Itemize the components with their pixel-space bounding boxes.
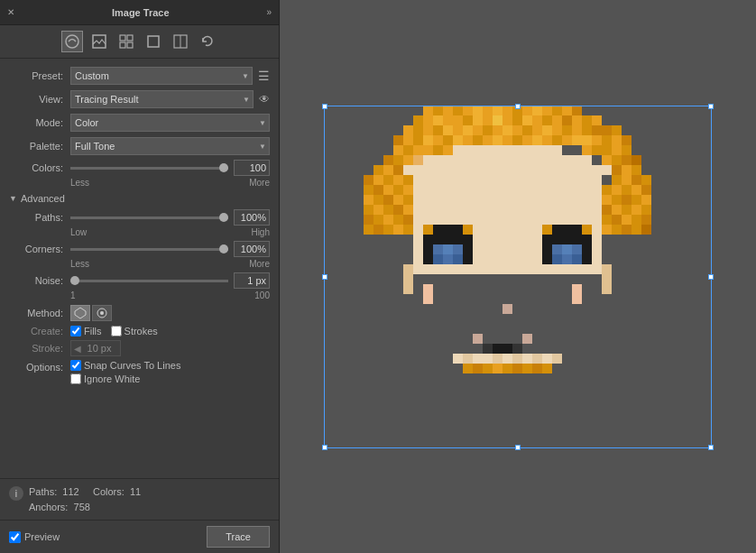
trace-button[interactable]: Trace bbox=[207, 526, 270, 548]
svg-rect-124 bbox=[493, 145, 502, 274]
outlines-icon[interactable] bbox=[143, 31, 164, 52]
info-icon: i bbox=[9, 486, 23, 501]
method-btn-1[interactable] bbox=[70, 305, 90, 321]
svg-rect-125 bbox=[502, 145, 512, 274]
svg-rect-224 bbox=[552, 254, 562, 264]
svg-rect-18 bbox=[463, 106, 473, 115]
svg-rect-86 bbox=[383, 155, 393, 165]
svg-rect-71 bbox=[483, 125, 493, 135]
create-row: Create: Fills Strokes bbox=[0, 324, 279, 338]
options-row: Options: Snap Curves To Lines Ignore Whi… bbox=[0, 358, 279, 386]
palette-select[interactable]: Full Tone bbox=[70, 137, 270, 155]
svg-rect-181 bbox=[632, 195, 641, 205]
svg-rect-242 bbox=[502, 344, 512, 354]
preset-select[interactable]: CustomDefaultHigh Fidelity PhotoLow Fide… bbox=[70, 67, 253, 85]
svg-rect-69 bbox=[463, 125, 473, 135]
preview-checkbox[interactable] bbox=[9, 531, 21, 543]
svg-rect-147 bbox=[393, 185, 403, 195]
noise-value-input[interactable]: 1 px bbox=[234, 272, 270, 289]
snap-curves-label: Snap Curves To Lines bbox=[84, 360, 180, 371]
main-area bbox=[280, 0, 756, 553]
svg-rect-53 bbox=[582, 125, 592, 135]
svg-rect-128 bbox=[532, 145, 542, 274]
svg-rect-3 bbox=[127, 35, 133, 41]
collapse-button[interactable]: » bbox=[266, 7, 272, 17]
svg-rect-81 bbox=[582, 135, 592, 145]
ignore-white-checkbox[interactable] bbox=[70, 373, 81, 384]
svg-rect-58 bbox=[413, 115, 423, 125]
info-paths-label: Paths: bbox=[29, 486, 57, 497]
strokes-checkbox[interactable] bbox=[111, 326, 122, 336]
options-checks: Snap Curves To Lines Ignore White bbox=[70, 360, 189, 384]
svg-rect-259 bbox=[493, 364, 502, 373]
paths-value-input[interactable]: 100% bbox=[234, 209, 270, 226]
svg-rect-55 bbox=[602, 135, 612, 145]
svg-rect-127 bbox=[522, 145, 532, 274]
svg-rect-36 bbox=[413, 135, 423, 145]
preset-menu-icon[interactable]: ☰ bbox=[258, 69, 270, 83]
svg-rect-26 bbox=[542, 106, 552, 115]
svg-rect-31 bbox=[592, 115, 602, 125]
colors-slider[interactable] bbox=[70, 167, 228, 170]
svg-rect-237 bbox=[582, 225, 592, 235]
svg-rect-122 bbox=[473, 145, 483, 274]
corners-min-label: Less bbox=[70, 259, 89, 269]
corners-slider[interactable] bbox=[70, 248, 228, 251]
view-select[interactable]: Tracing Result bbox=[70, 90, 254, 108]
svg-rect-35 bbox=[403, 135, 413, 145]
method-label: Method: bbox=[9, 308, 63, 318]
corners-label: Corners: bbox=[9, 244, 63, 254]
svg-rect-241 bbox=[493, 344, 502, 354]
svg-rect-104 bbox=[562, 135, 572, 145]
svg-rect-222 bbox=[582, 244, 592, 254]
ignore-white-checkbox-label[interactable]: Ignore White bbox=[70, 373, 180, 384]
panel-title: Image Trace bbox=[112, 7, 170, 18]
preview-label: Preview bbox=[24, 531, 60, 542]
mode-select[interactable]: Color bbox=[70, 114, 270, 132]
svg-rect-163 bbox=[403, 215, 413, 225]
svg-rect-66 bbox=[433, 135, 443, 145]
svg-rect-233 bbox=[542, 225, 552, 235]
grid-icon[interactable] bbox=[115, 31, 137, 52]
strokes-label: Strokes bbox=[124, 326, 158, 336]
info-paths-value: 112 bbox=[62, 486, 78, 497]
corners-value-input[interactable]: 100% bbox=[234, 241, 270, 257]
method-btn-2[interactable] bbox=[92, 305, 112, 321]
colors-value-input[interactable]: 100 bbox=[234, 160, 270, 176]
strokes-checkbox-label[interactable]: Strokes bbox=[111, 326, 158, 336]
svg-rect-43 bbox=[483, 115, 493, 125]
svg-rect-135 bbox=[602, 165, 612, 175]
svg-rect-216 bbox=[572, 235, 582, 244]
svg-rect-41 bbox=[463, 115, 473, 125]
svg-rect-225 bbox=[562, 254, 572, 264]
snap-curves-checkbox[interactable] bbox=[70, 360, 81, 371]
source-icon[interactable] bbox=[88, 31, 110, 52]
revert-icon[interactable] bbox=[197, 31, 218, 52]
expanded-icon[interactable] bbox=[170, 31, 191, 52]
fills-checkbox-label[interactable]: Fills bbox=[70, 326, 102, 336]
svg-rect-231 bbox=[453, 225, 463, 235]
paths-slider[interactable] bbox=[70, 217, 228, 219]
stroke-value-input[interactable]: 10 px bbox=[81, 340, 117, 356]
svg-rect-153 bbox=[403, 195, 413, 205]
svg-rect-59 bbox=[423, 106, 433, 115]
svg-rect-45 bbox=[502, 115, 512, 125]
svg-rect-146 bbox=[383, 185, 393, 195]
svg-rect-249 bbox=[493, 354, 502, 364]
svg-rect-141 bbox=[383, 175, 393, 185]
advanced-header[interactable]: ▼ Advanced bbox=[0, 189, 279, 207]
snap-curves-checkbox-label[interactable]: Snap Curves To Lines bbox=[70, 360, 180, 371]
svg-rect-23 bbox=[512, 106, 522, 115]
svg-rect-180 bbox=[622, 195, 632, 205]
view-eye-icon[interactable]: 👁 bbox=[259, 93, 270, 106]
close-button[interactable]: ✕ bbox=[7, 7, 14, 17]
svg-rect-190 bbox=[622, 215, 632, 225]
auto-trace-icon[interactable] bbox=[61, 31, 83, 52]
colors-max-label: More bbox=[249, 178, 270, 188]
preview-checkbox-label[interactable]: Preview bbox=[9, 531, 60, 543]
svg-rect-52 bbox=[572, 115, 582, 125]
svg-rect-40 bbox=[453, 115, 463, 125]
fills-checkbox[interactable] bbox=[70, 326, 81, 336]
noise-slider[interactable] bbox=[70, 280, 228, 282]
svg-rect-200 bbox=[443, 235, 453, 244]
